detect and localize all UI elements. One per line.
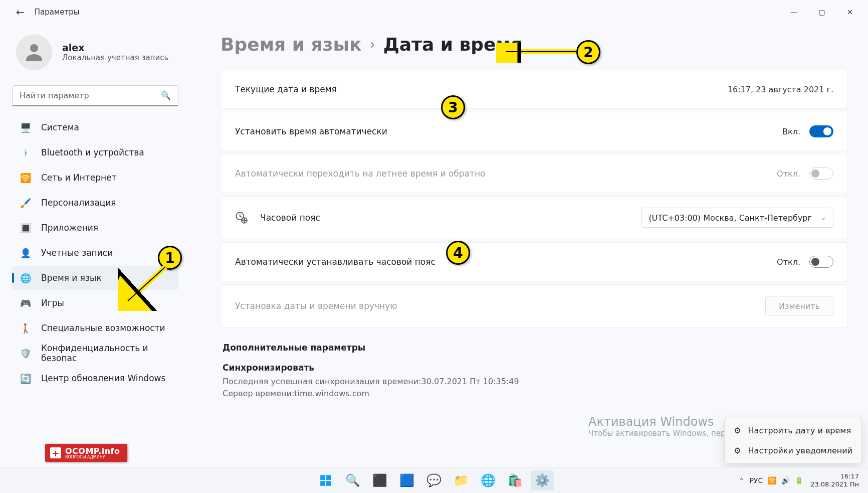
toggle-state: Откл. (777, 169, 800, 179)
nav-network[interactable]: 🛜Сеть и Интернет (12, 166, 178, 190)
toggle-state: Вкл. (782, 127, 800, 136)
card-auto-tz: Автоматически устанавливать часовой пояс… (221, 242, 848, 281)
sync-server: Сервер времени:time.windows.com (223, 388, 846, 400)
card-title: Установить время автоматически (235, 126, 387, 136)
current-datetime-value: 16:17, 23 августа 2021 г. (728, 85, 833, 94)
dst-toggle (809, 168, 833, 180)
task-view[interactable]: ⬛ (368, 470, 391, 490)
taskbar-search[interactable]: 🔍 (341, 470, 364, 490)
nav-update[interactable]: 🔄Центр обновления Windows (12, 366, 178, 390)
sidebar: alex Локальная учетная запись 🔍 🖥️Систем… (0, 24, 190, 493)
auto-tz-toggle[interactable] (809, 256, 833, 268)
nav-label: Центр обновления Windows (41, 373, 165, 383)
bluetooth-icon: ᚼ (20, 147, 31, 158)
ctx-label: Настройки уведомлений (748, 446, 852, 455)
card-title: Установка даты и времени вручную (235, 301, 397, 311)
system-icon: 🖥️ (20, 122, 31, 133)
store-icon[interactable]: 🛍️ (504, 470, 527, 490)
minimize-button[interactable]: — (780, 3, 808, 21)
volume-tray-icon[interactable]: 🔊 (781, 476, 790, 484)
ctx-label: Настроить дату и время (748, 426, 851, 435)
svg-rect-6 (326, 481, 331, 486)
page-title: Дата и время (383, 34, 522, 55)
auto-time-toggle[interactable] (809, 125, 833, 137)
section-title: Дополнительные параметры (223, 343, 848, 353)
nav-label: Игры (41, 298, 64, 308)
ctx-adjust-datetime[interactable]: ⚙Настроить дату и время (728, 420, 858, 440)
card-title: Автоматически устанавливать часовой пояс (235, 257, 436, 267)
context-menu: ⚙Настроить дату и время ⚙Настройки уведо… (724, 417, 862, 464)
back-button[interactable]: ← (16, 6, 25, 18)
chevron-right-icon: › (369, 36, 375, 53)
nav-label: Bluetooth и устройства (41, 147, 144, 157)
accessibility-icon: 🚶 (20, 322, 31, 334)
taskbar-clock[interactable]: 16:17 23.08.2021 Пн (810, 472, 859, 488)
nav-privacy[interactable]: 🛡️Конфиденциальность и безопас (12, 341, 178, 365)
nav-system[interactable]: 🖥️Система (12, 115, 178, 139)
sync-last: Последняя успешная синхронизация времени… (223, 376, 846, 388)
breadcrumb: Время и язык › Дата и время (221, 34, 848, 55)
card-title: Часовой пояс (260, 213, 320, 223)
edge-icon[interactable]: 🌐 (477, 470, 500, 490)
nav-gaming[interactable]: 🎮Игры (12, 291, 178, 315)
svg-rect-3 (320, 475, 325, 480)
svg-rect-4 (326, 475, 331, 480)
tray-chevron-icon[interactable]: ⌃ (739, 476, 745, 484)
close-button[interactable]: ✕ (836, 3, 864, 21)
breadcrumb-parent[interactable]: Время и язык (221, 34, 361, 55)
title-bar: ← Параметры — ▢ ✕ (0, 0, 868, 24)
language-indicator[interactable]: РУС (749, 476, 763, 484)
maximize-button[interactable]: ▢ (808, 3, 836, 21)
sync-title: Синхронизировать (223, 363, 846, 373)
ctx-notification-settings[interactable]: ⚙Настройки уведомлений (728, 440, 858, 460)
nav-time-language[interactable]: 🌐Время и язык (12, 266, 178, 290)
widgets[interactable]: 🟦 (395, 470, 418, 490)
nav-bluetooth[interactable]: ᚼBluetooth и устройства (12, 140, 178, 165)
svg-point-0 (30, 44, 38, 52)
gear-icon: ⚙ (734, 446, 741, 455)
search-box[interactable]: 🔍 (12, 85, 178, 106)
battery-tray-icon[interactable]: 🔋 (795, 476, 803, 484)
nav-label: Система (41, 122, 79, 132)
profile-name: alex (62, 42, 168, 53)
nav-label: Специальные возможности (41, 323, 165, 333)
toggle-state: Откл. (777, 257, 800, 267)
search-input[interactable] (20, 91, 161, 100)
taskbar: 🔍 ⬛ 🟦 💬 📁 🌐 🛍️ ⚙️ ⌃ РУС 🛜 🔊 🔋 16:17 23.0… (0, 467, 868, 493)
nav-apps[interactable]: 🔳Приложения (12, 216, 178, 240)
avatar-icon (16, 34, 52, 70)
nav-label: Сеть и Интернет (41, 173, 117, 183)
nav-label: Время и язык (41, 273, 102, 283)
timezone-select[interactable]: (UTC+03:00) Москва, Санкт-Петербург ⌄ (641, 208, 833, 228)
start-button[interactable] (314, 470, 337, 490)
shield-icon: 🛡️ (20, 348, 31, 359)
profile-subtitle: Локальная учетная запись (62, 53, 168, 62)
profile-block[interactable]: alex Локальная учетная запись (12, 34, 178, 70)
wifi-tray-icon[interactable]: 🛜 (768, 476, 776, 484)
settings-icon[interactable]: ⚙️ (531, 470, 554, 490)
nav-label: Учетные записи (41, 248, 113, 258)
nav-list: 🖥️Система ᚼBluetooth и устройства 🛜Сеть … (12, 115, 178, 390)
person-icon: 👤 (20, 247, 31, 258)
globe-clock-icon: 🌐 (20, 272, 31, 283)
sync-block: Синхронизировать Последняя успешная синх… (221, 361, 848, 400)
timezone-value: (UTC+03:00) Москва, Санкт-Петербург (648, 213, 812, 223)
svg-rect-5 (320, 481, 325, 486)
change-button: Изменить (765, 296, 833, 316)
nav-label: Приложения (41, 223, 98, 233)
nav-accessibility[interactable]: 🚶Специальные возможности (12, 316, 178, 340)
apps-icon: 🔳 (20, 222, 31, 233)
card-manual-datetime: Установка даты и времени вручную Изменит… (221, 284, 848, 327)
nav-accounts[interactable]: 👤Учетные записи (12, 241, 178, 265)
search-icon: 🔍 (161, 91, 171, 100)
chat-icon[interactable]: 💬 (422, 470, 446, 490)
clock-date: 23.08.2021 Пн (810, 480, 859, 488)
update-icon: 🔄 (20, 373, 31, 384)
nav-label: Конфиденциальность и безопас (41, 343, 170, 363)
nav-personalization[interactable]: 🖌️Персонализация (12, 191, 178, 215)
explorer-icon[interactable]: 📁 (450, 470, 473, 490)
card-current-datetime: Текущие дата и время 16:17, 23 августа 2… (221, 70, 848, 109)
card-title: Автоматически переходить на летнее время… (235, 169, 485, 179)
clock-time: 16:17 (810, 472, 859, 480)
chevron-down-icon: ⌄ (821, 214, 826, 221)
